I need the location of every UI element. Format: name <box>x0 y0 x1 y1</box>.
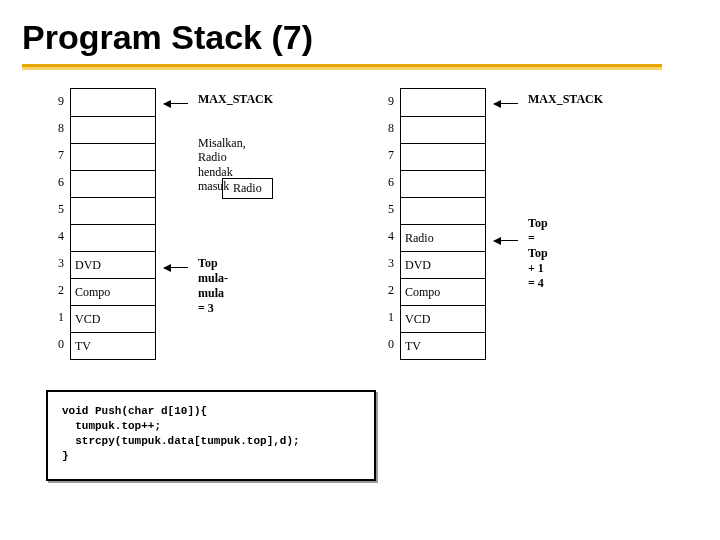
index-label: 1 <box>46 310 64 325</box>
index-label: 0 <box>376 337 394 352</box>
stack-cell: TV <box>71 332 155 359</box>
index-label: 6 <box>376 175 394 190</box>
index-label: 3 <box>376 256 394 271</box>
stack-cell <box>71 170 155 197</box>
index-label: 8 <box>376 121 394 136</box>
code-line: strcpy(tumpuk.data[tumpuk.top],d); <box>62 435 300 447</box>
stack-cell: TV <box>401 332 485 359</box>
max-stack-label-right: MAX_STACK <box>528 92 603 107</box>
stack-cell: DVD <box>71 251 155 278</box>
stack-cell <box>71 89 155 116</box>
stack-cell: VCD <box>71 305 155 332</box>
index-label: 1 <box>376 310 394 325</box>
radio-item-box: Radio <box>222 178 273 199</box>
stack-cells-right: Radio DVD Compo VCD TV <box>400 88 486 360</box>
slide-title: Program Stack (7) <box>22 18 313 57</box>
code-snippet: void Push(char d[10]){ tumpuk.top++; str… <box>46 390 376 481</box>
stack-cell <box>401 197 485 224</box>
code-line: tumpuk.top++; <box>62 420 161 432</box>
index-label: 4 <box>46 229 64 244</box>
stack-cell <box>401 116 485 143</box>
code-line: void Push(char d[10]){ <box>62 405 207 417</box>
stack-cell: Radio <box>401 224 485 251</box>
index-label: 0 <box>46 337 64 352</box>
code-line: } <box>62 450 69 462</box>
index-label: 3 <box>46 256 64 271</box>
arrow-left-icon <box>494 96 520 110</box>
stack-cells-left: DVD Compo VCD TV <box>70 88 156 360</box>
top-label-left: Top mula-mula = 3 <box>198 256 228 316</box>
stack-cell <box>71 197 155 224</box>
index-label: 7 <box>376 148 394 163</box>
stack-cell <box>401 143 485 170</box>
diagram-area: 9 8 7 6 5 4 3 2 1 0 DVD Compo VCD TV MAX… <box>46 88 686 383</box>
top-label-right: Top = Top + 1 = 4 <box>528 216 548 291</box>
title-underline <box>22 64 662 70</box>
stack-cell <box>71 224 155 251</box>
index-label: 7 <box>46 148 64 163</box>
index-label: 4 <box>376 229 394 244</box>
stack-cell <box>71 116 155 143</box>
stack-cell <box>71 143 155 170</box>
index-label: 9 <box>46 94 64 109</box>
index-label: 5 <box>376 202 394 217</box>
index-label: 8 <box>46 121 64 136</box>
stack-cell <box>401 170 485 197</box>
index-label: 9 <box>376 94 394 109</box>
arrow-left-icon <box>494 233 520 247</box>
stack-cell <box>401 89 485 116</box>
index-label: 2 <box>46 283 64 298</box>
max-stack-label-left: MAX_STACK <box>198 92 273 107</box>
arrow-left-icon <box>164 260 190 274</box>
arrow-left-icon <box>164 96 190 110</box>
stack-cell: Compo <box>401 278 485 305</box>
index-label: 2 <box>376 283 394 298</box>
stack-cell: VCD <box>401 305 485 332</box>
stack-cell: DVD <box>401 251 485 278</box>
stack-cell: Compo <box>71 278 155 305</box>
index-label: 6 <box>46 175 64 190</box>
index-label: 5 <box>46 202 64 217</box>
